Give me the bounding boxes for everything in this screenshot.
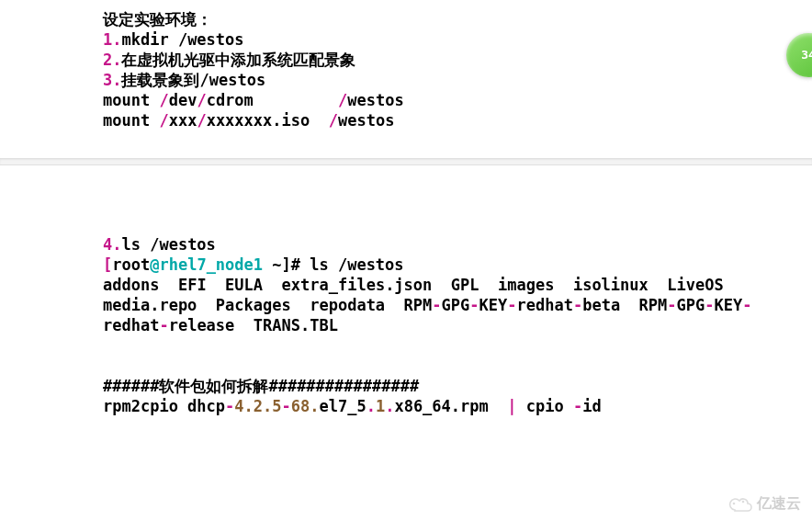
ls-output-line-2: media.repo Packages repodata RPM-GPG-KEY… [103, 295, 812, 315]
rpm-command: rpm2cpio dhcp-4.2.5-68.el7_5.1.x86_64.rp… [103, 396, 812, 416]
step-3: 3.挂载景象到/westos [103, 70, 812, 90]
step-cmd: ls /westos [121, 235, 215, 254]
pipe: | [507, 397, 516, 415]
cloud-icon [727, 496, 753, 513]
w: EFI [178, 276, 207, 294]
w: images [498, 276, 554, 294]
w: extra_files.json [282, 276, 433, 294]
p: rpm2cpio dhcp [103, 397, 225, 415]
w: addons [103, 276, 159, 294]
ls-output-line-1: addons EFI EULA extra_files.json GPL ima… [103, 275, 812, 295]
watermark: 亿速云 [727, 494, 801, 514]
punct: / [150, 91, 168, 109]
at: @ [150, 255, 159, 274]
dash: - [742, 296, 751, 314]
dash: - [469, 296, 479, 314]
arg: xxx [169, 111, 197, 130]
dash: - [573, 296, 582, 314]
badge-label: 34 [801, 48, 812, 62]
step-4: 4.ls /westos [103, 234, 812, 255]
user: root [112, 255, 150, 274]
arg: xxxxxxx.iso [207, 111, 310, 130]
num: 68. [291, 397, 320, 415]
w: KEY [479, 296, 508, 314]
w: EULA [225, 276, 263, 294]
punct: / [338, 91, 347, 109]
w: media.repo [103, 296, 197, 314]
hash: ###### [103, 377, 159, 395]
step-1: 1.mkdir /westos [103, 29, 812, 50]
section-divider [0, 158, 812, 165]
step-text: 挂载景象到 [121, 71, 199, 89]
w: LiveOS [667, 276, 723, 294]
step-num: 1. [103, 30, 121, 49]
mount-line-2: mount /xxx/xxxxxxx.iso /westos [103, 110, 812, 130]
punct: / [197, 91, 206, 109]
bracket: [ [103, 255, 112, 274]
w: TRANS.TBL [254, 316, 338, 334]
dot: . [367, 397, 376, 415]
blank-line [103, 335, 812, 356]
ls-output-line-3: redhat-release TRANS.TBL [103, 315, 812, 335]
dash: - [507, 296, 516, 314]
block1-title: 设定实验环境： [103, 9, 812, 29]
num: 4.2.5 [234, 397, 281, 415]
w: beta [582, 296, 620, 314]
punct: / [329, 111, 338, 130]
punct: / [150, 111, 168, 130]
w: redhat [103, 316, 159, 334]
code-block-1: 设定实验环境： 1.mkdir /westos 2.在虚拟机光驱中添加系统匹配景… [0, 0, 812, 158]
step-num: 2. [103, 51, 121, 69]
section-header: ######软件包如何拆解################ [103, 376, 812, 396]
flag: id [582, 397, 601, 415]
step-text: 在虚拟机光驱中添加系统匹配景象 [121, 51, 355, 69]
shell-prompt-line: [root@rhel7_node1 ~]# ls /westos [103, 255, 812, 275]
p: cpio [516, 397, 572, 415]
w: release [169, 316, 235, 334]
p: el7_5 [319, 397, 366, 415]
gap [254, 91, 338, 109]
mount-line-1: mount /dev/cdrom /westos [103, 90, 812, 110]
cmd: mount [103, 111, 150, 130]
hash: ################ [268, 377, 419, 395]
host: rhel7_node1 [159, 255, 263, 274]
header-text: 软件包如何拆解 [159, 377, 268, 395]
dash: - [282, 397, 291, 415]
step-num: 3. [103, 71, 121, 89]
blank-line [103, 356, 812, 376]
w: GPG [442, 296, 470, 314]
dash: - [432, 296, 441, 314]
step-cmd: /westos [199, 71, 265, 89]
arg: dev [169, 91, 197, 109]
w: GPG [677, 296, 705, 314]
arg: cdrom [207, 91, 254, 109]
step-num: 4. [103, 235, 121, 254]
w: isolinux [573, 276, 648, 294]
step-cmd: mkdir /westos [121, 30, 243, 49]
step-2: 2.在虚拟机光驱中添加系统匹配景象 [103, 50, 812, 70]
w: repodata [310, 296, 385, 314]
dash: - [225, 397, 234, 415]
w: RPM [404, 296, 433, 314]
w: KEY [715, 296, 743, 314]
w: RPM [639, 296, 668, 314]
dash: - [159, 316, 168, 334]
w: GPL [451, 276, 479, 294]
dot: . [385, 397, 394, 415]
dash: - [667, 296, 676, 314]
target: westos [338, 111, 394, 130]
w: redhat [517, 296, 573, 314]
prompt-rest: ~]# ls /westos [263, 255, 404, 274]
svg-point-0 [733, 502, 736, 504]
punct: / [197, 111, 206, 130]
dash: - [573, 397, 582, 415]
code-block-2: 4.ls /westos [root@rhel7_node1 ~]# ls /w… [0, 165, 812, 444]
dash: - [705, 296, 714, 314]
target: westos [347, 91, 403, 109]
cmd: mount [103, 91, 150, 109]
gap [310, 111, 328, 130]
p: x86_64.rpm [394, 397, 507, 415]
num: 1 [376, 397, 385, 415]
svg-point-1 [742, 500, 745, 503]
w: Packages [216, 296, 291, 314]
